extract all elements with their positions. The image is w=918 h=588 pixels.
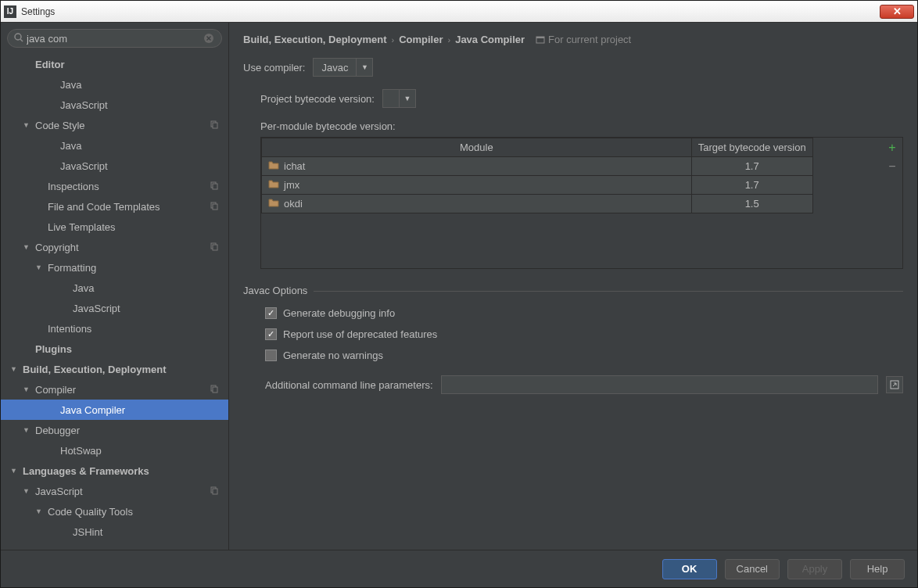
app-icon: IJ — [4, 5, 16, 18]
cancel-button[interactable]: Cancel — [725, 559, 780, 579]
svg-line-20 — [893, 383, 896, 386]
tree-item[interactable]: HotSwap — [1, 440, 228, 461]
nowarn-label: Generate no warnings — [283, 350, 383, 361]
deprecated-checkbox[interactable]: ✓ — [265, 328, 277, 340]
tree-item[interactable]: Java — [1, 74, 228, 95]
minus-icon[interactable]: − — [888, 160, 895, 174]
tree-item-label: JavaScript — [35, 486, 83, 497]
tree-item-label: Debugger — [35, 425, 80, 436]
table-header-module[interactable]: Module — [262, 138, 692, 157]
tree-item[interactable]: Live Templates — [1, 217, 228, 237]
help-button[interactable]: Help — [850, 559, 905, 579]
chevron-down-icon: ▼ — [10, 365, 23, 373]
tree-item-label: JavaScript — [60, 99, 108, 111]
table-row[interactable]: okdi1.5 — [262, 195, 813, 213]
params-input[interactable] — [441, 375, 878, 394]
tree-item[interactable]: Editor — [1, 54, 228, 74]
tree-item[interactable]: ▼Debugger — [1, 420, 228, 440]
folder-icon — [268, 198, 279, 207]
tree-item[interactable]: JSHint — [1, 522, 228, 542]
tree-item-label: Code Style — [35, 120, 85, 131]
tree-item[interactable]: ▼Code Style — [1, 115, 228, 135]
version-cell[interactable]: 1.7 — [691, 157, 812, 176]
ok-button[interactable]: OK — [662, 559, 717, 579]
debug-checkbox[interactable]: ✓ — [265, 307, 277, 319]
module-cell: okdi — [262, 195, 692, 213]
params-label: Additional command line parameters: — [265, 379, 433, 391]
tree-item-label: Compiler — [35, 384, 76, 396]
tree-item-label: Formatting — [48, 262, 96, 274]
tree-item[interactable]: JavaScript — [1, 156, 228, 176]
tree-item-label: JavaScript — [60, 160, 108, 172]
module-table: Module Target bytecode version ichat1.7j… — [261, 138, 813, 213]
tree-item[interactable]: JavaScript — [1, 95, 228, 115]
search-box[interactable] — [7, 29, 222, 48]
content-panel: Build, Execution, Deployment › Compiler … — [229, 23, 917, 550]
sidebar: EditorJavaJavaScript▼Code StyleJavaJavaS… — [1, 23, 229, 550]
expand-button[interactable] — [886, 376, 903, 393]
combo-value: Javac — [314, 59, 357, 76]
close-button[interactable]: ✕ — [880, 5, 914, 19]
chevron-down-icon: ▼ — [23, 385, 35, 393]
chevron-down-icon: ▼ — [10, 467, 23, 475]
search-input[interactable] — [27, 33, 203, 45]
chevron-down-icon: ▼ — [23, 121, 35, 129]
table-header-version[interactable]: Target bytecode version — [691, 138, 812, 157]
use-compiler-combo[interactable]: Javac ▼ — [313, 58, 373, 77]
svg-rect-12 — [213, 245, 217, 250]
clear-search-icon[interactable] — [203, 32, 215, 45]
module-table-container: Module Target bytecode version ichat1.7j… — [260, 137, 903, 269]
copy-icon — [210, 201, 219, 212]
tree-item[interactable]: Java Compiler — [1, 400, 228, 420]
tree-item[interactable]: ▼JavaScript — [1, 481, 228, 501]
breadcrumb-part: Build, Execution, Deployment — [243, 34, 386, 45]
tree-item-label: HotSwap — [60, 445, 102, 457]
bytecode-version-label: Project bytecode version: — [260, 93, 375, 105]
tree-item[interactable]: Java — [1, 278, 228, 298]
table-row[interactable]: jmx1.7 — [262, 176, 813, 195]
tree-item[interactable]: Java — [1, 135, 228, 156]
copy-icon — [210, 486, 219, 497]
apply-button[interactable]: Apply — [787, 559, 842, 579]
tree-item[interactable]: ▼Copyright — [1, 237, 228, 257]
project-icon — [536, 35, 545, 45]
breadcrumb-note: For current project — [536, 34, 631, 45]
module-cell: jmx — [262, 176, 692, 195]
tree-item[interactable]: Plugins — [1, 339, 228, 359]
use-compiler-label: Use compiler: — [243, 62, 305, 74]
svg-point-0 — [15, 34, 21, 40]
nowarn-checkbox[interactable] — [265, 350, 277, 361]
combo-value — [383, 90, 400, 107]
tree-item[interactable]: Intentions — [1, 318, 228, 339]
svg-rect-8 — [213, 184, 217, 189]
tree-item[interactable]: JavaScript — [1, 298, 228, 318]
tree-item-label: Java — [60, 79, 81, 91]
breadcrumb-part: Compiler — [399, 34, 443, 45]
chevron-down-icon: ▼ — [357, 63, 372, 71]
tree-item-label: Copyright — [35, 242, 79, 253]
tree-item-label: Intentions — [48, 323, 91, 335]
tree-item[interactable]: ▼Formatting — [1, 257, 228, 278]
svg-rect-6 — [213, 123, 217, 128]
version-cell[interactable]: 1.7 — [691, 176, 812, 195]
chevron-down-icon: ▼ — [35, 507, 48, 515]
tree-item-label: File and Code Templates — [48, 201, 160, 213]
tree-item[interactable]: ▼Compiler — [1, 379, 228, 400]
tree-item[interactable]: ▼Code Quality Tools — [1, 501, 228, 522]
plus-icon[interactable]: + — [888, 141, 895, 155]
table-row[interactable]: ichat1.7 — [262, 157, 813, 176]
tree-item-label: Languages & Frameworks — [23, 465, 149, 477]
deprecated-label: Report use of deprecated features — [283, 328, 437, 340]
tree-item[interactable]: File and Code Templates — [1, 196, 228, 217]
tree-item[interactable]: ▼Build, Execution, Deployment — [1, 359, 228, 379]
search-icon — [14, 33, 23, 45]
version-cell[interactable]: 1.5 — [691, 195, 812, 213]
tree-item-label: Java — [60, 140, 81, 152]
bytecode-version-combo[interactable]: ▼ — [382, 89, 416, 108]
tree-item[interactable]: Inspections — [1, 176, 228, 196]
window-title: Settings — [21, 6, 55, 17]
copy-icon — [210, 181, 219, 192]
tree-item-label: Plugins — [35, 343, 72, 355]
tree-item[interactable]: ▼Languages & Frameworks — [1, 461, 228, 481]
settings-tree: EditorJavaJavaScript▼Code StyleJavaJavaS… — [1, 54, 228, 550]
